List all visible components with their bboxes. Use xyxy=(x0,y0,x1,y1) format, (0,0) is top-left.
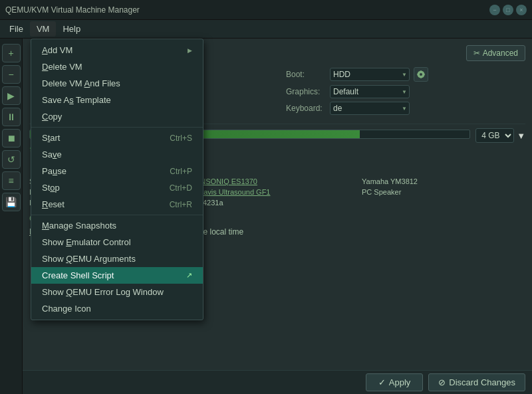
discard-label: Discard Changes xyxy=(449,377,515,387)
maximize-button[interactable]: □ xyxy=(503,5,513,15)
menu-show-error-log[interactable]: Show QEMU Error Log Window xyxy=(31,284,203,300)
reset-icon-btn[interactable]: ↺ xyxy=(2,150,21,169)
menu-copy[interactable]: Copy xyxy=(31,108,203,125)
sound-yamaha: Yamaha YM3812 xyxy=(362,177,525,185)
pause-shortcut: Ctrl+P xyxy=(170,167,192,176)
start-label: Start xyxy=(42,133,60,143)
start-icon-btn[interactable]: ▶ xyxy=(2,86,21,105)
discard-icon: ⊘ xyxy=(438,377,446,387)
menu-show-emulator[interactable]: Show Emulator Control xyxy=(31,234,203,250)
reset-shortcut: Ctrl+R xyxy=(170,200,192,209)
create-shell-label: Create Shell Script xyxy=(42,270,114,280)
pause-icon-btn[interactable]: ⏸ xyxy=(2,108,21,126)
apply-button[interactable]: ✓ Apply xyxy=(366,373,424,391)
menu-delete-vm[interactable]: Delete VM xyxy=(31,58,203,75)
save-icon-btn[interactable]: 💾 xyxy=(2,193,21,211)
sound-cs4231a: cs4231a xyxy=(196,199,359,207)
advanced-row: ✂ Advanced xyxy=(286,45,525,61)
show-qemu-args-label: Show QEMU Arguments xyxy=(42,254,136,264)
save-label: Save xyxy=(42,149,62,159)
iconbar: + − ▶ ⏸ ⏹ ↺ ≡ 💾 xyxy=(0,39,23,394)
right-config: ✂ Advanced Boot: HDD CD/DVD Network xyxy=(286,45,525,118)
titlebar-title: QEMU/KVM Virtual Machine Manager xyxy=(5,5,140,15)
delete-vm-label: Delete VM xyxy=(42,62,82,72)
discard-button[interactable]: ⊘ Discard Changes xyxy=(428,373,525,391)
menu-vm[interactable]: VM xyxy=(30,21,57,37)
show-emulator-label: Show Emulator Control xyxy=(42,237,131,247)
keyboard-select-wrapper: de en xyxy=(330,102,410,115)
boot-row: Boot: HDD CD/DVD Network xyxy=(286,67,525,82)
stop-icon-btn[interactable]: ⏹ xyxy=(2,129,21,148)
manage-snapshots-label: Manage Snapshots xyxy=(42,221,116,231)
boot-select-wrapper: HDD CD/DVD Network xyxy=(330,68,410,81)
keyboard-select[interactable]: de en xyxy=(330,102,410,115)
memory-dropdown-arrow: ▼ xyxy=(517,131,525,141)
apply-label: Apply xyxy=(389,377,411,387)
menu-file[interactable]: File xyxy=(3,21,30,37)
sound-gravis[interactable]: Gravis Ultrasound GF1 xyxy=(196,188,359,196)
save-template-label: Save As Template xyxy=(42,95,111,105)
close-button[interactable]: × xyxy=(516,5,527,15)
menubar: File VM Help xyxy=(0,20,532,39)
keyboard-label: Keyboard: xyxy=(286,104,326,113)
memory-value-select[interactable]: 4 GB 2 GB 8 GB xyxy=(475,128,514,143)
advanced-icon: ✂ xyxy=(473,49,480,58)
menu-add-vm[interactable]: Add VM xyxy=(31,42,203,58)
start-shortcut: Ctrl+S xyxy=(170,134,192,143)
stop-label: Stop xyxy=(42,183,60,193)
apply-check-icon: ✓ xyxy=(378,377,386,387)
menu-pause[interactable]: Pause Ctrl+P xyxy=(31,163,203,179)
menu-show-qemu-args[interactable]: Show QEMU Arguments xyxy=(31,250,203,267)
menu-manage-snapshots[interactable]: Manage Snapshots xyxy=(31,217,203,234)
add-vm-icon-btn[interactable]: + xyxy=(2,44,21,62)
add-vm-label: Add VM xyxy=(42,45,72,55)
stop-shortcut: Ctrl+D xyxy=(170,183,192,193)
menu-reset[interactable]: Reset Ctrl+R xyxy=(31,196,203,213)
graphics-label: Graphics: xyxy=(286,87,326,96)
boot-tool-btn[interactable] xyxy=(414,67,428,82)
boot-select[interactable]: HDD CD/DVD Network xyxy=(330,68,410,81)
boot-label: Boot: xyxy=(286,70,326,79)
graphics-row: Graphics: Default VNC xyxy=(286,85,525,98)
separator-2 xyxy=(31,215,203,215)
menu-save-as-template[interactable]: Save As Template xyxy=(31,92,203,108)
bottom-bar: ✓ Apply ⊘ Discard Changes xyxy=(23,370,532,394)
advanced-label: Advanced xyxy=(483,49,518,58)
graphics-select-wrapper: Default VNC xyxy=(330,85,410,98)
menu-start[interactable]: Start Ctrl+S xyxy=(31,130,203,146)
delete-vm-files-label: Delete VM And Files xyxy=(42,78,120,88)
menu-help[interactable]: Help xyxy=(56,21,87,37)
minimize-button[interactable]: − xyxy=(489,5,500,15)
keyboard-row: Keyboard: de en xyxy=(286,102,525,115)
graphics-select[interactable]: Default VNC xyxy=(330,85,410,98)
remove-vm-icon-btn[interactable]: − xyxy=(2,65,21,84)
sound-pc-speaker: PC Speaker xyxy=(362,188,525,196)
titlebar-controls: − □ × xyxy=(489,5,527,15)
copy-label: Copy xyxy=(42,112,62,122)
menu-change-icon[interactable]: Change Icon xyxy=(31,300,203,317)
reset-label: Reset xyxy=(42,199,65,209)
separator-1 xyxy=(31,127,203,128)
cursor-indicator: ↗ xyxy=(186,271,192,280)
memory-value-wrapper: 4 GB 2 GB 8 GB ▼ xyxy=(475,128,525,143)
vm-dropdown-menu: Add VM Delete VM Delete VM And Files Sav… xyxy=(31,39,203,320)
menu-stop[interactable]: Stop Ctrl+D xyxy=(31,179,203,196)
pause-label: Pause xyxy=(42,166,66,176)
titlebar: QEMU/KVM Virtual Machine Manager − □ × xyxy=(0,0,532,20)
menu-save[interactable]: Save xyxy=(31,146,203,163)
show-error-log-label: Show QEMU Error Log Window xyxy=(42,287,164,297)
advanced-button[interactable]: ✂ Advanced xyxy=(466,45,525,61)
menu-delete-vm-files[interactable]: Delete VM And Files xyxy=(31,75,203,92)
snapshot-icon-btn[interactable]: ≡ xyxy=(2,171,21,190)
change-icon-label: Change Icon xyxy=(42,304,91,314)
sound-ensoniq[interactable]: ENSONIQ ES1370 xyxy=(196,177,359,185)
menu-create-shell-script[interactable]: Create Shell Script ↗ xyxy=(31,267,203,284)
